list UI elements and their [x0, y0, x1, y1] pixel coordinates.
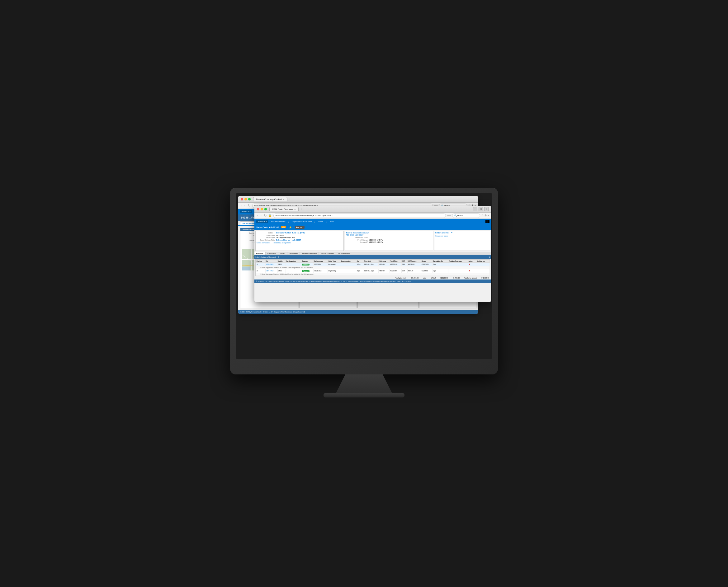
- overlay-close-btn[interactable]: [257, 208, 259, 210]
- table-section-header: 1. Lohnfertigung (Standard 2 ⚙: [254, 255, 491, 259]
- overlay-win-close[interactable]: ×: [484, 207, 488, 211]
- overlay-win-restore[interactable]: □: [479, 207, 483, 211]
- row2-description: 15 Meter Doppelstab Gittertons Dl 200 mi…: [256, 273, 490, 276]
- row2-action-icon[interactable]: ✗: [469, 270, 471, 272]
- close-window-btn[interactable]: [241, 198, 243, 201]
- overlay-toolbar-icons: ☆ ⚙ ≡: [481, 214, 489, 217]
- row1-order-type: Engineering: [327, 263, 340, 266]
- new-tab-btn[interactable]: +: [288, 197, 293, 202]
- row1-action-icon[interactable]: ✗: [469, 263, 471, 265]
- tax-percent: 19% of: [431, 277, 436, 279]
- overlay-win-minimize[interactable]: ─: [473, 207, 477, 211]
- total-price-net-label: Total price (net): [395, 277, 406, 279]
- tab-profit-margin[interactable]: profit margin: [266, 252, 278, 255]
- overlay-toolbar: ‹ › ↻ 🔒 https://demo.transfact.de/tfdemo…: [254, 213, 491, 219]
- col-action: Action: [468, 260, 476, 263]
- row2-send-numbers: [286, 269, 301, 273]
- row2-qty: 15pc: [356, 269, 363, 273]
- overlay-refresh-btn[interactable]: ↻: [264, 214, 267, 217]
- archived-row: Archived? 5/21/2015 1:21 PM: [346, 241, 432, 243]
- overlay-captured[interactable]: Captured Data: 0h 5min: [291, 220, 313, 223]
- browser-window-overlay[interactable]: CRM Order Overview × + ─ □ × ‹ › ↻ 🔒: [254, 206, 491, 302]
- overlay-window-controls: [257, 208, 267, 210]
- table-tabs-bar: Positions profit margin Infobox Text mod…: [254, 252, 491, 255]
- secure-icon: 🔒: [268, 214, 272, 217]
- row1-pos: 10: [256, 263, 266, 266]
- table-row: 10 ABP-12416 34010 Planned 10/30/2018 En…: [256, 263, 490, 266]
- create-record-link[interactable]: Create new record +: [435, 235, 449, 237]
- monitor-bezel: Finance Company/Contact × + ‹ › ↻ https:…: [230, 188, 498, 374]
- row2-booking: [476, 269, 490, 273]
- overlay-tab-close[interactable]: ×: [294, 208, 296, 211]
- row2-action[interactable]: ✗: [468, 269, 476, 273]
- edit-folders-icon[interactable]: ✏: [451, 232, 452, 234]
- col-price-unit: Price Unit: [363, 260, 379, 263]
- logo-text: TRANSFACT: [241, 211, 251, 213]
- tab-events-docs[interactable]: Events/Documents: [319, 252, 336, 255]
- tab-label: Finance Company/Contact: [256, 198, 282, 201]
- table-section-title: 1. Lohnfertigung (Standard: [255, 256, 276, 258]
- overlay-footer: © 2009 - 2017 by Transfact GmbH • Revisi…: [254, 280, 491, 283]
- tab-positions[interactable]: Positions: [254, 252, 266, 255]
- overlay-search-bar[interactable]: 🔍 Search: [452, 213, 480, 218]
- abo-link-1[interactable]: ABO-32119: [346, 234, 354, 236]
- refresh-btn[interactable]: ↻: [247, 204, 251, 207]
- delivery-link-value[interactable]: Delivery Note for → ABr-32107: [276, 239, 301, 241]
- table-actions: ⚙: [489, 256, 490, 258]
- overlay-logo: TRANSFACT: [256, 220, 268, 223]
- tab-close-icon[interactable]: ×: [283, 198, 285, 201]
- overlay-search-placeholder: Search: [457, 214, 463, 217]
- document-info-section: Debtor → Deutscher Fußball-Bund e.V. (DF…: [255, 231, 344, 251]
- row1-vat-amount: €6,080.00: [407, 263, 421, 266]
- monitor: Finance Company/Contact × + ‹ › ↻ https:…: [230, 188, 498, 399]
- overlay-address-bar[interactable]: https://demo.transfact.de/tfdemo/avkbele…: [273, 213, 446, 218]
- overlay-barcode: [485, 220, 489, 223]
- totals-section: Total price (net) €25,200.00 plus 19% of…: [254, 276, 491, 280]
- debtor-label: Debtor →: [256, 232, 275, 234]
- col-article: Article: [277, 260, 286, 263]
- overlay-tab[interactable]: CRM Order Overview ×: [269, 207, 299, 211]
- tab-doc-history[interactable]: Document History: [336, 252, 352, 255]
- row2-ref: [448, 269, 468, 273]
- overlay-detail[interactable]: Detail: [317, 220, 324, 223]
- back-overview-section: Back to document overview: ABO-32119 ABO…: [345, 231, 433, 251]
- first-original-value: 5/21/2015 1:45 PM: [369, 239, 383, 241]
- col-position: Position: [256, 260, 266, 263]
- first-original-label: First Original:: [346, 239, 368, 241]
- order-type-row: Order Type: SE: Begeisterungsfl (EN): [256, 237, 342, 238]
- abo-link-2[interactable]: ABO-32107: [355, 234, 363, 236]
- archived-label: Archived?: [346, 241, 368, 243]
- footer-text: © 2006 - 2017 by Transfact GmbH • Revisi…: [240, 311, 305, 313]
- col-order-type: Order Type: [327, 260, 340, 263]
- row1-booking: [476, 263, 490, 266]
- overlay-titlebar: CRM Order Overview × + ─ □ ×: [254, 206, 491, 213]
- overlay-settings-icon[interactable]: ⚙: [484, 214, 487, 217]
- overlay-maximize-btn[interactable]: [264, 208, 267, 210]
- overlay-minimize-btn[interactable]: [260, 208, 263, 210]
- overlay-new-tab-btn[interactable]: +: [299, 207, 304, 211]
- overlay-menu-icon[interactable]: ≡: [487, 214, 489, 217]
- order-type-label: Order Type:: [256, 237, 275, 238]
- col-gross: Gross: [421, 260, 432, 263]
- maximize-window-btn[interactable]: [248, 198, 251, 201]
- overlay-bookmark-icon[interactable]: ☆: [481, 214, 483, 217]
- browser-tab-active[interactable]: Finance Company/Contact ×: [253, 197, 288, 202]
- overlay-url-text: https://demo.transfact.de/tfdemo/avkbele…: [276, 214, 335, 217]
- create-new-record: Create new record +: [435, 235, 489, 237]
- row1-action[interactable]: ✗: [468, 263, 476, 266]
- tab-infobox[interactable]: Infobox: [278, 252, 287, 255]
- tab-additional-info-table[interactable]: Additional information: [300, 252, 319, 255]
- minimize-window-btn[interactable]: [245, 198, 247, 201]
- overlay-forward-btn[interactable]: ›: [260, 214, 262, 217]
- row2-pos: 20: [256, 269, 266, 273]
- overlay-user[interactable]: Max Mustermann: [270, 220, 286, 223]
- back-btn[interactable]: ‹: [240, 204, 242, 207]
- tab-text-module[interactable]: Text module: [288, 252, 300, 255]
- create-arrangement-link[interactable]: create new arrangement: [274, 242, 291, 244]
- forward-btn[interactable]: ›: [244, 204, 246, 207]
- overlay-wds[interactable]: WDs: [329, 220, 335, 223]
- row1-unit-price: €320.00: [379, 263, 389, 266]
- row2-unit-price: €559.00: [379, 269, 389, 273]
- overlay-back-btn[interactable]: ‹: [256, 214, 258, 217]
- create-pos-link[interactable]: Create new position: [256, 242, 270, 244]
